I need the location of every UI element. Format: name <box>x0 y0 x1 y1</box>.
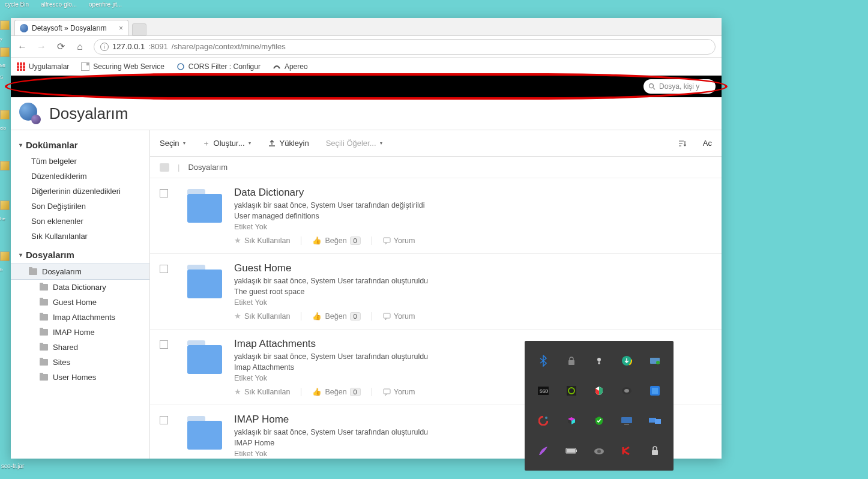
ssd-icon[interactable]: SSD <box>532 378 555 403</box>
selected-items-button[interactable]: Seçili Öğeler...▾ <box>326 139 382 148</box>
like-button[interactable]: 👍Beğen0 <box>312 312 360 321</box>
svg-rect-27 <box>576 450 577 452</box>
sidebar-folder-root[interactable]: Dosyalarım <box>11 264 149 280</box>
settings-icon[interactable] <box>588 348 610 373</box>
reload-button[interactable]: ⟳ <box>55 41 66 52</box>
thumb-icon: 👍 <box>312 236 322 245</box>
comment-button[interactable]: Yorum <box>383 388 415 396</box>
comment-button[interactable]: Yorum <box>383 236 415 245</box>
sidebar-link[interactable]: Tüm belgeler <box>11 154 149 169</box>
star-icon: ★ <box>234 312 241 321</box>
sort-button[interactable] <box>678 139 686 148</box>
audio-icon[interactable] <box>615 378 638 403</box>
app-icon-blue[interactable] <box>643 378 666 403</box>
kaspersky-icon[interactable] <box>615 438 638 463</box>
apps-button[interactable]: Uygulamalar <box>17 62 69 71</box>
divider <box>372 388 372 396</box>
file-description: User managed definitions <box>234 212 712 220</box>
checkbox[interactable] <box>160 340 168 349</box>
filter-icon <box>176 62 185 71</box>
sidebar-folder[interactable]: Sites <box>11 355 149 370</box>
toolbar-right[interactable]: Ac <box>703 139 712 148</box>
display-icon[interactable] <box>615 408 638 433</box>
create-button[interactable]: ＋Oluştur...▾ <box>202 138 251 149</box>
comment-button[interactable]: Yorum <box>383 312 415 321</box>
taskbar-item[interactable]: sco-tr.jar <box>1 463 24 469</box>
cloud-icon[interactable] <box>588 438 610 463</box>
feather-icon[interactable] <box>532 438 555 463</box>
lock-icon[interactable] <box>559 348 582 373</box>
file-name[interactable]: Data Dictionary <box>234 187 712 199</box>
bookmark-item[interactable]: Securing Web Service <box>81 62 164 71</box>
folder-thumbnail-icon[interactable] <box>179 189 223 223</box>
sidebar-section-header[interactable]: Dosyalarım <box>11 244 149 264</box>
sidebar-folder[interactable]: Guest Home <box>11 295 149 310</box>
sidebar-link[interactable]: Son eklenenler <box>11 214 149 229</box>
url-input[interactable]: i 127.0.0.1:8091/share/page/context/mine… <box>94 39 716 55</box>
sidebar-link[interactable]: Düzenlediklerim <box>11 169 149 184</box>
checkbox[interactable] <box>160 416 168 424</box>
file-name[interactable]: Guest Home <box>234 262 712 274</box>
sidebar-link[interactable]: Sık Kullanılanlar <box>11 229 149 244</box>
like-button[interactable]: 👍Beğen0 <box>312 236 360 245</box>
monitors-icon[interactable] <box>643 408 666 433</box>
edge-label: S <box>0 74 12 80</box>
network-icon[interactable] <box>643 348 666 373</box>
svg-point-1 <box>649 84 654 88</box>
sidebar-folder[interactable]: Imap Attachments <box>11 310 149 325</box>
breadcrumb-up-icon[interactable] <box>160 163 169 172</box>
battery-icon[interactable] <box>559 438 582 463</box>
site-info-icon[interactable]: i <box>100 43 109 51</box>
sidebar-folder[interactable]: User Homes <box>11 370 149 385</box>
edge-icon[interactable] <box>0 47 10 57</box>
download-manager-icon[interactable] <box>615 348 638 373</box>
folder-thumbnail-icon[interactable] <box>179 265 223 298</box>
security-icon[interactable] <box>588 408 610 433</box>
bluetooth-icon[interactable] <box>532 348 555 373</box>
close-tab-icon[interactable]: × <box>119 24 123 32</box>
edge-icon[interactable] <box>0 20 10 30</box>
bookmark-label: Apereo <box>285 62 308 71</box>
favorite-button[interactable]: ★Sık Kullanılan <box>234 236 290 245</box>
like-button[interactable]: 👍Beğen0 <box>312 387 360 396</box>
edge-label: y <box>0 36 12 41</box>
home-button[interactable]: ⌂ <box>74 41 85 52</box>
forward-button[interactable]: → <box>36 41 47 52</box>
desktop-icon[interactable]: alfresco-glo... <box>41 1 77 8</box>
sidebar-link[interactable]: Diğerlerinin düzenledikleri <box>11 184 149 199</box>
search-input[interactable]: Dosya, kişi y <box>643 79 716 94</box>
folder-icon <box>40 299 48 306</box>
ccleaner-icon[interactable] <box>532 408 555 433</box>
edge-icon[interactable] <box>0 200 10 210</box>
desktop-icon[interactable]: openfire-jit... <box>89 1 122 8</box>
edge-icon[interactable] <box>0 110 10 119</box>
new-tab-button[interactable] <box>132 23 146 35</box>
cube-icon[interactable] <box>559 408 582 433</box>
upload-button[interactable]: Yükleyin <box>268 139 309 148</box>
nvidia-icon[interactable] <box>559 378 582 403</box>
bookmark-item[interactable]: Apereo <box>273 62 308 71</box>
back-button[interactable]: ← <box>17 41 28 52</box>
browser-tab[interactable]: Detaysoft » Dosyalarım × <box>14 20 128 35</box>
favorite-button[interactable]: ★Sık Kullanılan <box>234 387 290 396</box>
sidebar-folder[interactable]: IMAP Home <box>11 325 149 340</box>
breadcrumb-current[interactable]: Dosyalarım <box>188 163 228 172</box>
sidebar-section-header[interactable]: Dokümanlar <box>11 134 149 154</box>
checkbox[interactable] <box>160 265 168 273</box>
favorite-button[interactable]: ★Sık Kullanılan <box>234 312 290 321</box>
address-bar: ← → ⟳ ⌂ i 127.0.0.1:8091/share/page/cont… <box>11 36 722 58</box>
edge-icon[interactable] <box>0 252 10 261</box>
checkbox[interactable] <box>160 189 168 197</box>
sidebar-link[interactable]: Son Değiştirilen <box>11 199 149 214</box>
folder-thumbnail-icon[interactable] <box>179 340 223 374</box>
lock2-icon[interactable] <box>643 438 666 463</box>
sidebar-folder[interactable]: Shared <box>11 340 149 355</box>
sidebar: Dokümanlar Tüm belgeler Düzenlediklerim … <box>11 130 150 459</box>
select-button[interactable]: Seçin▾ <box>160 139 185 148</box>
folder-thumbnail-icon[interactable] <box>179 416 223 450</box>
defender-icon[interactable] <box>588 378 610 403</box>
desktop-icon[interactable]: cycle Bin <box>5 1 29 8</box>
bookmark-item[interactable]: CORS Filter : Configur <box>176 62 261 71</box>
sidebar-folder[interactable]: Data Dictionary <box>11 280 149 295</box>
edge-icon[interactable] <box>0 161 10 170</box>
